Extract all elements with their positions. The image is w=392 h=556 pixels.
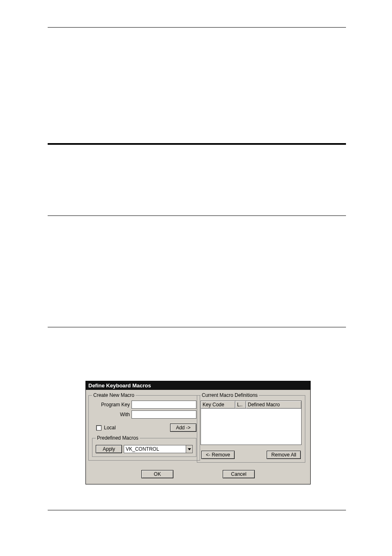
dialog-title: Define Keyboard Macros xyxy=(86,381,310,390)
create-new-macro-group: Create New Macro Program Key With Local xyxy=(88,392,200,461)
column-local[interactable]: L.. xyxy=(235,401,246,408)
horizontal-rule xyxy=(48,215,346,216)
dialog-footer: OK Cancel xyxy=(86,464,310,484)
chevron-down-icon xyxy=(188,448,191,450)
listview-header: Key Code L.. Defined Macro xyxy=(201,401,301,409)
dialog-body: Create New Macro Program Key With Local xyxy=(86,390,310,464)
local-label: Local xyxy=(104,425,116,431)
predefined-row: Apply VK_CONTROL xyxy=(96,445,193,453)
program-key-label: Program Key xyxy=(92,402,130,408)
local-checkbox-wrap[interactable]: Local xyxy=(96,425,116,431)
horizontal-rule xyxy=(48,510,346,510)
local-checkbox[interactable] xyxy=(96,425,101,431)
horizontal-rule-thick xyxy=(48,143,346,145)
with-input[interactable] xyxy=(131,410,196,419)
predefined-macro-dropdown[interactable]: VK_CONTROL xyxy=(124,445,193,453)
create-new-macro-legend: Create New Macro xyxy=(92,392,136,398)
with-label: With xyxy=(92,412,130,417)
right-buttons-row: <- Remove Remove All xyxy=(201,451,302,459)
horizontal-rule xyxy=(48,27,346,28)
predefined-macros-group: Predefined Macros Apply VK_CONTROL xyxy=(92,435,196,457)
predefined-macro-selected: VK_CONTROL xyxy=(126,446,159,452)
local-add-row: Local Add -> xyxy=(92,424,196,432)
apply-button[interactable]: Apply xyxy=(96,445,122,453)
remove-all-button[interactable]: Remove All xyxy=(267,451,301,459)
program-key-row: Program Key xyxy=(92,401,196,409)
column-defined-macro[interactable]: Defined Macro xyxy=(246,401,301,408)
listview-body[interactable] xyxy=(201,409,301,445)
current-macro-definitions-legend: Current Macro Definitions xyxy=(201,392,259,398)
dropdown-button[interactable] xyxy=(186,445,192,453)
column-key-code[interactable]: Key Code xyxy=(201,401,235,408)
macro-listview[interactable]: Key Code L.. Defined Macro xyxy=(201,401,302,445)
current-macro-definitions-group: Current Macro Definitions Key Code L.. D… xyxy=(197,392,305,463)
cancel-button[interactable]: Cancel xyxy=(223,470,255,478)
add-button[interactable]: Add -> xyxy=(170,424,196,432)
page: Define Keyboard Macros Create New Macro … xyxy=(0,0,392,556)
left-column: Create New Macro Program Key With Local xyxy=(88,392,194,463)
predefined-macros-legend: Predefined Macros xyxy=(96,435,140,441)
program-key-input[interactable] xyxy=(131,401,196,409)
remove-button[interactable]: <- Remove xyxy=(201,451,235,459)
with-row: With xyxy=(92,410,196,419)
ok-button[interactable]: OK xyxy=(141,470,173,478)
right-column: Current Macro Definitions Key Code L.. D… xyxy=(197,392,305,463)
define-keyboard-macros-dialog: Define Keyboard Macros Create New Macro … xyxy=(85,381,311,484)
horizontal-rule xyxy=(48,327,346,327)
